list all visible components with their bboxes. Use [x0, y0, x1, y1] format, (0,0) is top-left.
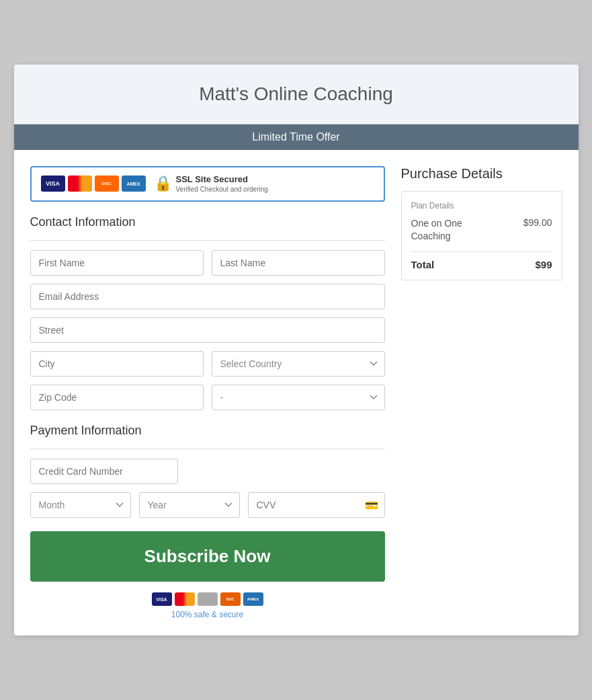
city-input[interactable]	[30, 351, 204, 377]
right-column: Purchase Details Plan Details One on One…	[401, 166, 562, 620]
month-select[interactable]: Month 010203 040506 070809 101112	[30, 492, 131, 518]
footer-mc-icon	[175, 592, 195, 606]
visa-icon: VISA	[41, 176, 65, 192]
page-title: Matt's Online Coaching	[28, 83, 565, 105]
country-select[interactable]: Select Country	[212, 351, 385, 377]
state-select[interactable]: -	[212, 385, 385, 410]
plan-name: One on OneCoaching	[411, 217, 462, 243]
ssl-banner: VISA DISC AMEX 🔒 SSL Site Secured Verifi…	[30, 166, 385, 202]
cc-row	[30, 459, 385, 484]
purchase-box: Plan Details One on OneCoaching $99.00 T…	[401, 191, 562, 280]
payment-section-title: Payment Information	[30, 424, 385, 440]
cc-group	[30, 459, 178, 484]
cc-input[interactable]	[30, 459, 178, 484]
discover-icon: DISC	[95, 176, 119, 192]
total-row: Total $99	[411, 251, 552, 270]
offer-bar: Limited Time Offer	[14, 124, 579, 150]
footer-disc-icon: DISC	[220, 592, 241, 606]
total-label: Total	[411, 259, 435, 270]
street-row	[30, 317, 385, 343]
name-row	[30, 250, 385, 276]
lock-icon: 🔒	[154, 175, 172, 192]
subscribe-button[interactable]: Subscribe Now	[30, 531, 385, 582]
city-group	[30, 351, 204, 377]
year-group: Year 202420252026 20272028	[139, 492, 240, 518]
plan-row: One on OneCoaching $99.00	[411, 217, 552, 243]
card-header: Matt's Online Coaching	[14, 65, 579, 124]
plan-label: Plan Details	[411, 201, 552, 210]
first-name-group	[30, 250, 204, 276]
purchase-title: Purchase Details	[401, 166, 562, 182]
payment-divider	[30, 449, 385, 449]
footer-amex-icon: AMEX	[243, 592, 263, 606]
footer-gray-icon	[198, 592, 218, 606]
zip-input[interactable]	[30, 385, 204, 410]
last-name-group	[212, 250, 385, 276]
email-row	[30, 284, 385, 309]
contact-section-title: Contact Information	[30, 215, 385, 232]
first-name-input[interactable]	[30, 250, 204, 276]
email-input[interactable]	[30, 284, 385, 309]
country-group: Select Country	[212, 351, 385, 377]
contact-divider	[30, 240, 385, 241]
expiry-cvv-row: Month 010203 040506 070809 101112 Year 2…	[30, 492, 385, 518]
street-input[interactable]	[30, 317, 385, 343]
cvv-group: 💳	[248, 492, 385, 518]
street-group	[30, 317, 385, 343]
email-group	[30, 284, 385, 309]
year-select[interactable]: Year 202420252026 20272028	[139, 492, 240, 518]
zip-state-row: -	[30, 385, 385, 410]
total-price: $99	[535, 259, 552, 270]
mastercard-icon	[68, 176, 92, 192]
payment-section: Payment Information Month 010203 0405	[30, 424, 385, 518]
left-column: VISA DISC AMEX 🔒 SSL Site Secured Verifi…	[30, 166, 385, 620]
city-country-row: Select Country	[30, 351, 385, 377]
main-card: Matt's Online Coaching Limited Time Offe…	[14, 65, 579, 636]
card-body: VISA DISC AMEX 🔒 SSL Site Secured Verifi…	[14, 150, 579, 636]
credit-card-icon: 💳	[365, 499, 378, 512]
secure-text: 100% safe & secure	[30, 610, 385, 619]
card-icons: VISA DISC AMEX	[41, 176, 146, 192]
ssl-info: 🔒 SSL Site Secured Verified Checkout and…	[154, 174, 268, 194]
zip-group	[30, 385, 204, 410]
footer-visa-icon: VISA	[152, 592, 172, 606]
month-group: Month 010203 040506 070809 101112	[30, 492, 131, 518]
state-group: -	[212, 385, 385, 410]
last-name-input[interactable]	[212, 250, 385, 276]
plan-price: $99.00	[523, 217, 552, 228]
footer-card-icons: VISA DISC AMEX	[30, 592, 385, 606]
ssl-text: SSL Site Secured Verified Checkout and o…	[176, 174, 268, 194]
amex-icon: AMEX	[122, 176, 146, 192]
